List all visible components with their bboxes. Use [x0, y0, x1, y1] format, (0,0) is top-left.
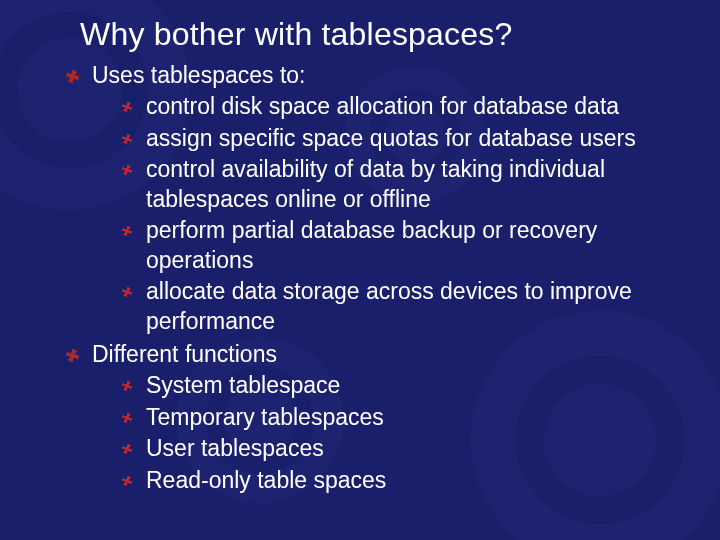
list-item-label: control disk space allocation for databa… [146, 93, 619, 119]
list-item: control availability of data by taking i… [92, 155, 680, 214]
list-item: allocate data storage across devices to … [92, 277, 680, 336]
list-item: assign specific space quotas for databas… [92, 124, 680, 153]
list-item-label: Temporary tablespaces [146, 404, 384, 430]
list-item: Uses tablespaces to: control disk space … [40, 61, 680, 336]
slide-title: Why bother with tablespaces? [80, 16, 680, 53]
list-item-label: Uses tablespaces to: [92, 62, 306, 88]
slide: Why bother with tablespaces? Uses tables… [0, 0, 720, 540]
list-item: perform partial database backup or recov… [92, 216, 680, 275]
list-item: Different functions System tablespace Te… [40, 340, 680, 495]
list-item-label: Different functions [92, 341, 277, 367]
list-item: control disk space allocation for databa… [92, 92, 680, 121]
list-item-label: assign specific space quotas for databas… [146, 125, 636, 151]
list-item: Read-only table spaces [92, 466, 680, 495]
list-item-label: allocate data storage across devices to … [146, 278, 632, 333]
list-item-label: User tablespaces [146, 435, 324, 461]
list-item: User tablespaces [92, 434, 680, 463]
list-item-label: control availability of data by taking i… [146, 156, 605, 211]
bullet-list-sub: control disk space allocation for databa… [92, 92, 680, 336]
list-item-label: perform partial database backup or recov… [146, 217, 597, 272]
list-item-label: System tablespace [146, 372, 340, 398]
list-item: System tablespace [92, 371, 680, 400]
list-item: Temporary tablespaces [92, 403, 680, 432]
bullet-list-sub: System tablespace Temporary tablespaces … [92, 371, 680, 495]
bullet-list-top: Uses tablespaces to: control disk space … [40, 61, 680, 495]
list-item-label: Read-only table spaces [146, 467, 386, 493]
